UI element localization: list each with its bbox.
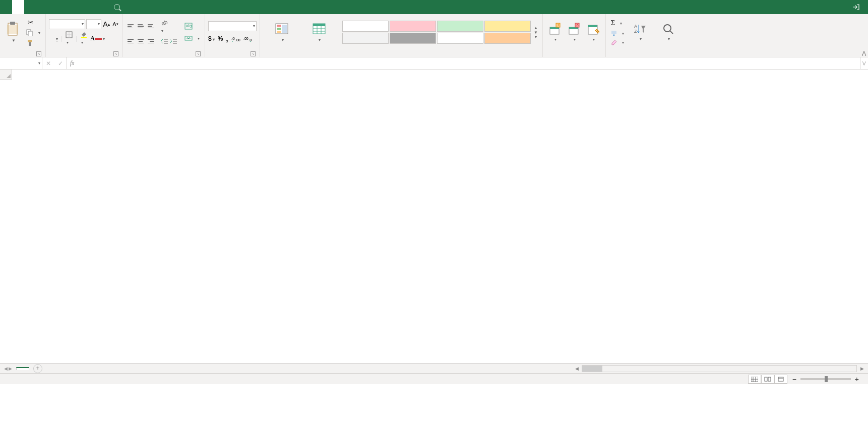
- font-color-button[interactable]: A▾: [90, 35, 105, 42]
- increase-indent-button[interactable]: [169, 38, 177, 45]
- dialog-launcher-icon[interactable]: ↘: [196, 51, 201, 56]
- svg-rect-5: [28, 40, 32, 42]
- tab-review[interactable]: [73, 0, 85, 14]
- zoom-out-button[interactable]: −: [792, 375, 796, 383]
- format-as-table-button[interactable]: ▾: [302, 21, 336, 44]
- comma-format-button[interactable]: ,: [226, 34, 228, 43]
- expand-formula-bar-button[interactable]: ⋁: [860, 57, 868, 69]
- fill-button[interactable]: ▾: [609, 29, 626, 37]
- styles-scroll[interactable]: ▲▼▾: [532, 25, 539, 40]
- copy-button[interactable]: ▾: [24, 28, 42, 37]
- sort-filter-button[interactable]: AZ ▾: [627, 22, 653, 43]
- font-size-select[interactable]: ▾: [86, 19, 101, 29]
- grid-view-icon: [751, 377, 758, 382]
- decrease-decimal-button[interactable]: .00.0: [243, 35, 253, 42]
- indent-icon: [169, 38, 177, 45]
- normal-view-button[interactable]: [748, 375, 761, 384]
- merge-icon: [184, 34, 193, 42]
- format-painter-button[interactable]: [24, 38, 42, 47]
- name-box[interactable]: ▾: [0, 57, 42, 69]
- number-format-select[interactable]: ▾: [208, 21, 257, 31]
- collapse-ribbon-button[interactable]: ⋀: [862, 50, 866, 56]
- style-normal[interactable]: [342, 21, 389, 32]
- cancel-formula-button[interactable]: ✕: [42, 60, 54, 67]
- sort-filter-icon: AZ: [634, 23, 647, 36]
- style-good[interactable]: [437, 21, 483, 32]
- style-explanatory[interactable]: [437, 33, 483, 44]
- decrease-indent-button[interactable]: [160, 38, 168, 45]
- sheet-tab-1[interactable]: [16, 367, 29, 370]
- cut-button[interactable]: ✂: [24, 17, 42, 27]
- increase-font-button[interactable]: A▴: [102, 20, 110, 28]
- chevron-down-icon: ▾: [622, 31, 624, 36]
- underline-button[interactable]: ▾: [55, 35, 58, 42]
- zoom-slider[interactable]: [800, 378, 851, 380]
- paste-button[interactable]: ▼: [3, 20, 23, 45]
- increase-decimal-button[interactable]: .0.00: [231, 35, 240, 42]
- tab-help[interactable]: [97, 0, 109, 14]
- clear-button[interactable]: ▾: [609, 38, 626, 46]
- dialog-launcher-icon[interactable]: ↘: [113, 51, 118, 56]
- eraser-icon: [611, 39, 617, 45]
- orientation-button[interactable]: ab▾: [160, 19, 168, 34]
- sheet-nav-prev[interactable]: ◀: [4, 366, 8, 371]
- svg-rect-1: [10, 22, 15, 25]
- style-neutral[interactable]: [484, 21, 531, 32]
- conditional-formatting-button[interactable]: ▾: [263, 21, 301, 44]
- cell-styles-gallery[interactable]: [342, 20, 531, 44]
- enter-formula-button[interactable]: ✓: [54, 60, 67, 67]
- align-bottom-button[interactable]: [146, 22, 155, 31]
- decrease-font-button[interactable]: A▾: [111, 20, 119, 28]
- style-bad[interactable]: [390, 21, 436, 32]
- merge-center-button[interactable]: ▾: [182, 33, 202, 43]
- find-select-button[interactable]: ▾: [654, 22, 683, 43]
- fill-color-button[interactable]: ▾: [80, 31, 87, 45]
- align-top-button[interactable]: [126, 22, 135, 31]
- select-all-button[interactable]: [0, 69, 12, 80]
- wrap-icon: ab: [184, 22, 193, 30]
- scroll-left-button[interactable]: ◀: [573, 366, 581, 371]
- tab-formulas[interactable]: [48, 0, 60, 14]
- tab-file[interactable]: [0, 0, 12, 14]
- tab-data[interactable]: [60, 0, 73, 14]
- autosum-button[interactable]: Σ▾: [609, 18, 626, 28]
- format-cells-button[interactable]: ▾: [584, 21, 602, 44]
- style-calculation[interactable]: [342, 33, 389, 44]
- scissors-icon: ✂: [26, 18, 34, 26]
- accounting-format-button[interactable]: $▾: [208, 35, 215, 42]
- align-middle-button[interactable]: [136, 22, 145, 31]
- svg-line-51: [670, 31, 673, 34]
- tab-pagelayout[interactable]: [36, 0, 48, 14]
- fx-icon[interactable]: fx: [67, 57, 77, 69]
- page-break-view-button[interactable]: [774, 375, 787, 384]
- share-button[interactable]: [846, 4, 868, 11]
- style-check-cell[interactable]: [390, 33, 436, 44]
- percent-format-button[interactable]: %: [218, 35, 223, 42]
- borders-button[interactable]: ▾: [66, 31, 73, 45]
- add-sheet-button[interactable]: +: [33, 364, 42, 373]
- style-input[interactable]: [484, 33, 531, 44]
- tab-insert[interactable]: [24, 0, 36, 14]
- horizontal-scrollbar[interactable]: [582, 365, 857, 372]
- dialog-launcher-icon[interactable]: ↘: [36, 51, 41, 56]
- delete-cells-button[interactable]: × ▾: [565, 21, 583, 44]
- svg-rect-56: [765, 377, 767, 381]
- scroll-right-button[interactable]: ▶: [858, 366, 866, 371]
- sheet-nav-next[interactable]: ▶: [9, 366, 12, 371]
- align-left-button[interactable]: [126, 37, 135, 46]
- zoom-in-button[interactable]: +: [855, 375, 859, 383]
- dialog-launcher-icon[interactable]: ↘: [251, 51, 256, 56]
- insert-cells-button[interactable]: + ▾: [546, 21, 564, 44]
- formula-input[interactable]: [77, 57, 860, 69]
- tab-view[interactable]: [85, 0, 97, 14]
- cond-format-icon: [275, 22, 290, 37]
- page-layout-view-button[interactable]: [761, 375, 774, 384]
- align-right-button[interactable]: [146, 37, 155, 46]
- tell-me-search[interactable]: [114, 4, 123, 10]
- font-name-select[interactable]: ▾: [49, 19, 85, 29]
- wrap-text-button[interactable]: ab: [182, 21, 202, 31]
- svg-rect-58: [778, 377, 783, 381]
- sigma-icon: Σ: [611, 19, 615, 27]
- align-center-button[interactable]: [136, 37, 145, 46]
- tab-home[interactable]: [12, 0, 24, 14]
